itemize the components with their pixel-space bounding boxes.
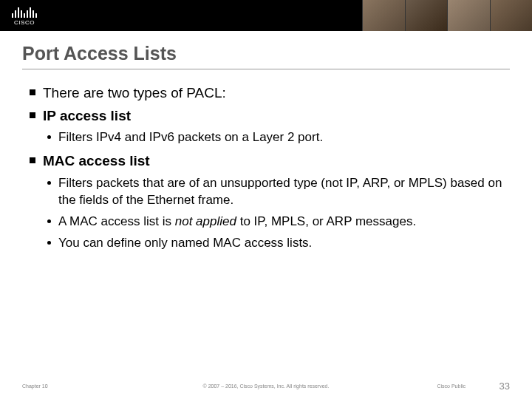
mac-sub-item-3: You can define only named MAC access lis…: [47, 235, 502, 252]
square-bullet-icon: [30, 157, 35, 163]
cisco-logo-text: CISCO: [14, 19, 35, 26]
mac-sub-text-2: A MAC access list is not applied to IP, …: [58, 214, 416, 231]
header-photos: [362, 0, 532, 31]
ip-sub-list: Filters IPv4 and IPv6 packets on a Layer…: [47, 129, 502, 146]
dot-bullet-icon: [47, 241, 51, 245]
bullet-ip-title: IP access list: [30, 107, 502, 126]
bullet-intro-text: There are two types of PACL:: [43, 84, 226, 103]
mac-sub-item-2: A MAC access list is not applied to IP, …: [47, 214, 502, 231]
ip-sub-text: Filters IPv4 and IPv6 packets on a Layer…: [58, 129, 323, 146]
slide-content: There are two types of PACL: IP access l…: [0, 69, 532, 252]
square-bullet-icon: [30, 112, 35, 118]
mac-sub-text-3: You can define only named MAC access lis…: [58, 235, 312, 252]
dot-bullet-icon: [47, 219, 51, 223]
square-bullet-icon: [30, 89, 35, 95]
cisco-logo: CISCO: [12, 6, 37, 26]
slide-title: Port Access Lists: [22, 43, 532, 64]
footer-public: Cisco Public: [437, 383, 466, 389]
footer-copyright: © 2007 – 2016, Cisco Systems, Inc. All r…: [203, 383, 330, 389]
bullet-intro: There are two types of PACL:: [30, 84, 502, 103]
bullet-mac-title: MAC access list: [30, 152, 502, 171]
mac-sub-text-2-em: not applied: [175, 214, 236, 228]
ip-sub-item: Filters IPv4 and IPv6 packets on a Layer…: [47, 129, 502, 146]
dot-bullet-icon: [47, 181, 51, 185]
bullet-ip-title-text: IP access list: [43, 107, 131, 126]
dot-bullet-icon: [47, 135, 51, 139]
footer-page-number: 33: [499, 381, 510, 392]
mac-sub-text-1: Filters packets that are of an unsupport…: [58, 175, 502, 209]
bullet-mac-title-text: MAC access list: [43, 152, 150, 171]
mac-sub-list: Filters packets that are of an unsupport…: [47, 175, 502, 252]
header-bar: CISCO: [0, 0, 532, 31]
slide-footer: Chapter 10 © 2007 – 2016, Cisco Systems,…: [0, 383, 532, 389]
mac-sub-item-1: Filters packets that are of an unsupport…: [47, 175, 502, 209]
footer-chapter: Chapter 10: [22, 383, 48, 389]
